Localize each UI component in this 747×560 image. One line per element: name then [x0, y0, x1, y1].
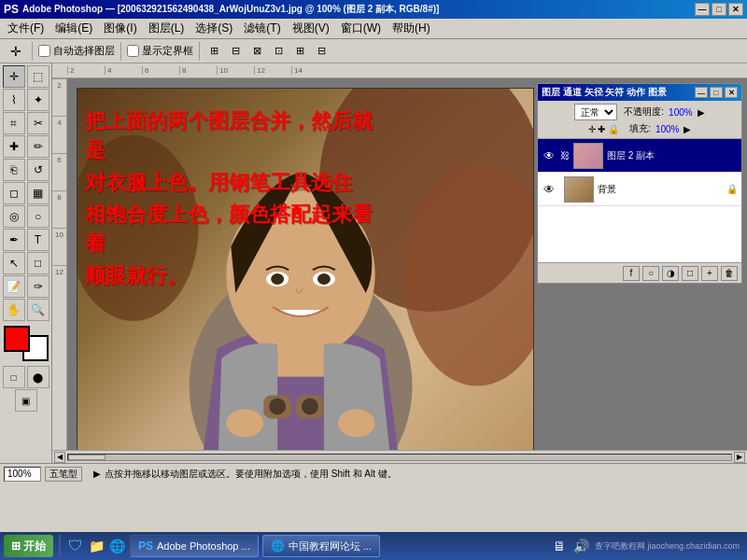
blend-opacity-row: 正常 不透明度: 100% ▶: [574, 104, 704, 120]
menu-layer[interactable]: 图层(L): [143, 19, 190, 38]
separator3: [199, 42, 200, 61]
eraser-tool[interactable]: ◻: [3, 182, 25, 204]
notes-tool[interactable]: 📝: [3, 275, 25, 298]
start-label: 开始: [23, 539, 46, 554]
blur-tool[interactable]: ◎: [3, 205, 25, 228]
layer-visibility-bg[interactable]: 👁: [542, 182, 557, 197]
type-tool[interactable]: T: [27, 229, 49, 251]
layer-adj-btn[interactable]: ◑: [662, 266, 679, 281]
taskbar-icon-1[interactable]: 🛡 📁 🌐: [66, 537, 126, 555]
shape-tool[interactable]: □: [27, 252, 49, 274]
show-bounds-label[interactable]: 显示定界框: [127, 44, 193, 58]
blend-mode-select[interactable]: 正常: [574, 104, 617, 120]
input-method-btn[interactable]: 五笔型: [45, 467, 82, 482]
canvas-with-ruler: 2 4 6 8 10 12: [52, 78, 747, 450]
maximize-button[interactable]: □: [712, 3, 726, 16]
slice-tool[interactable]: ✂: [27, 112, 49, 134]
layer-fx-btn[interactable]: f: [623, 266, 640, 281]
layer-new-btn[interactable]: +: [701, 266, 718, 281]
menu-window[interactable]: 窗口(W): [335, 19, 387, 38]
brush-tool[interactable]: ✏: [27, 135, 49, 158]
menu-image[interactable]: 图像(I): [98, 19, 142, 38]
title-bar-buttons: — □ ✕: [695, 3, 743, 16]
eyedropper-tool[interactable]: ✑: [27, 275, 49, 298]
align-btn-3[interactable]: ⊠: [248, 41, 266, 62]
fill-stepper[interactable]: ▶: [684, 124, 691, 134]
ruler-mark: 8: [179, 66, 217, 75]
show-bounds-checkbox[interactable]: [127, 45, 139, 57]
layer-item-bg[interactable]: 👁 背景 🔒: [538, 173, 741, 206]
marquee-tool[interactable]: ⬚: [27, 65, 49, 88]
menu-view[interactable]: 视图(V): [287, 19, 335, 38]
layer-mask-btn[interactable]: ○: [642, 266, 659, 281]
zoom-percent[interactable]: 100%: [4, 467, 41, 482]
overlay-line-4: 顺眼就行。: [85, 262, 384, 291]
zoom-tool[interactable]: 🔍: [27, 299, 49, 321]
auto-select-checkbox[interactable]: [38, 45, 50, 57]
menu-edit[interactable]: 编辑(E): [49, 19, 98, 38]
layers-panel-title: 图层 通道 矢径 矢符 动作 图景: [542, 86, 667, 99]
ruler-mark-v: 10: [52, 228, 66, 265]
menu-select[interactable]: 选择(S): [190, 19, 238, 38]
lock-fill-row: ✛ ✚ 🔒 填充: 100% ▶: [588, 122, 692, 135]
align-btn-6[interactable]: ⊟: [313, 41, 331, 62]
forum-label: 中国教程网论坛 ...: [289, 539, 372, 553]
taskbar-right: 🖥 🔊 查字吧教程网 jiaocheng.chazidian.com: [550, 537, 743, 555]
layer-item-1[interactable]: 👁 ⛓ 图层 2 副本: [538, 139, 741, 173]
magic-wand[interactable]: ✦: [27, 89, 49, 111]
minimize-button[interactable]: —: [695, 3, 710, 16]
taskbar-photoshop[interactable]: PS Adobe Photoshop ...: [130, 535, 259, 557]
align-btn-4[interactable]: ⊡: [270, 41, 288, 62]
layer-del-btn[interactable]: 🗑: [721, 266, 738, 281]
ruler-mark: 14: [291, 66, 329, 75]
stamp-tool[interactable]: ⎗: [3, 159, 25, 181]
app-icon: PS: [4, 3, 19, 16]
history-brush[interactable]: ↺: [27, 159, 49, 181]
horizontal-scrollbar[interactable]: ◀ ▶: [52, 450, 747, 463]
overlay-line-2: 对衣服上色。用钢笔工具选住: [85, 169, 384, 198]
panel-min-btn[interactable]: —: [695, 87, 708, 98]
scroll-thumb[interactable]: [68, 455, 106, 460]
ruler-mark: 6: [142, 66, 179, 75]
scroll-left-btn[interactable]: ◀: [54, 452, 65, 463]
panel-close-btn[interactable]: ✕: [725, 87, 738, 98]
folder-icon: 📁: [87, 537, 106, 555]
svg-point-10: [226, 409, 263, 437]
title-bar-left: PS Adobe Photoshop — [200632921562490438…: [4, 3, 439, 16]
scroll-track[interactable]: [67, 454, 732, 461]
panel-max-btn[interactable]: □: [710, 87, 723, 98]
photoshop-label: Adobe Photoshop ...: [157, 540, 250, 552]
align-btn-2[interactable]: ⊟: [227, 41, 245, 62]
pen-tool[interactable]: ✒: [3, 229, 25, 251]
vertical-ruler: 2 4 6 8 10 12: [52, 78, 67, 450]
auto-select-label[interactable]: 自动选择图层: [38, 44, 115, 58]
layer-visibility-1[interactable]: 👁: [542, 148, 557, 163]
heal-tool[interactable]: ✚: [3, 135, 25, 158]
scroll-right-btn[interactable]: ▶: [734, 452, 745, 463]
dodge-tool[interactable]: ○: [27, 205, 49, 228]
layer-group-btn[interactable]: □: [682, 266, 698, 281]
lasso-tool[interactable]: ⌇: [3, 89, 25, 111]
fill-label: 填充:: [629, 122, 651, 135]
gradient-tool[interactable]: ▦: [27, 182, 49, 204]
foreground-color[interactable]: [4, 326, 30, 352]
path-select[interactable]: ↖: [3, 252, 25, 274]
menu-help[interactable]: 帮助(H): [387, 19, 436, 38]
hand-tool[interactable]: ✋: [3, 299, 25, 321]
menu-filter[interactable]: 滤镜(T): [238, 19, 286, 38]
screen-mode[interactable]: ▣: [15, 389, 37, 412]
start-button[interactable]: ⊞ 开始: [4, 535, 53, 557]
crop-tool[interactable]: ⌗: [3, 112, 25, 134]
menu-file[interactable]: 文件(F): [2, 19, 49, 38]
align-btn-5[interactable]: ⊞: [291, 41, 309, 62]
quick-mask[interactable]: ⬤: [27, 366, 49, 388]
layer-thumb-bg: [564, 176, 594, 203]
align-btn-1[interactable]: ⊞: [205, 41, 223, 62]
move-tool-button[interactable]: ✛: [6, 41, 26, 62]
tool-row-screen: ▣: [15, 389, 37, 412]
normal-mode[interactable]: □: [3, 366, 25, 388]
close-button[interactable]: ✕: [728, 3, 743, 16]
opacity-stepper[interactable]: ▶: [698, 107, 705, 118]
move-tool[interactable]: ✛: [3, 65, 25, 88]
taskbar-forum[interactable]: 🌐 中国教程网论坛 ...: [262, 535, 380, 557]
